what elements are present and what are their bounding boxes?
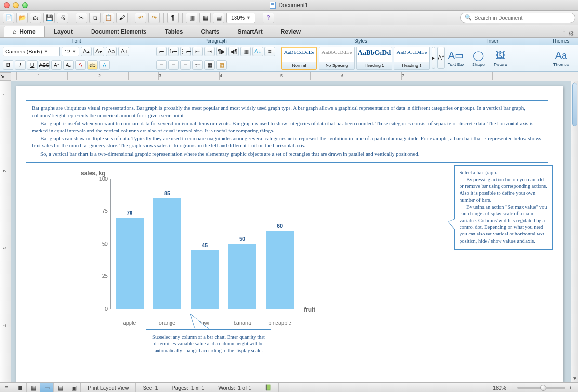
align-left-button[interactable]: ≡ (264, 47, 275, 56)
save-button[interactable]: 💾 (43, 13, 55, 23)
open-button[interactable]: 📂 (16, 13, 28, 23)
align-center-button[interactable]: ≡ (156, 60, 167, 70)
insert-textbox-button[interactable]: A▭Text Box (446, 47, 466, 70)
grow-font-button[interactable]: A▴ (81, 47, 92, 56)
zoom-window-button[interactable] (22, 2, 28, 8)
chart-bar[interactable] (266, 231, 294, 309)
callout-line: By pressing action button you can add or… (460, 176, 548, 204)
style-normal[interactable]: AaBbCcDdEe Normal (281, 47, 317, 70)
bold-button[interactable]: B (3, 60, 13, 70)
new-doc-button[interactable]: 📄 (3, 13, 14, 23)
view-draft-button[interactable]: ≡ (0, 383, 13, 392)
collapse-ribbon-button[interactable]: ˆ (564, 30, 565, 37)
scroll-thumb[interactable] (572, 83, 577, 126)
toolbox-button[interactable]: ▦ (199, 13, 211, 23)
clear-format-button[interactable]: A⃠ (118, 47, 129, 56)
justify-button[interactable]: ≡ (180, 60, 191, 70)
bullets-button[interactable]: ≔ (156, 47, 167, 56)
strike-button[interactable]: ABC (39, 60, 50, 70)
redo-button[interactable]: ↷ (148, 13, 160, 23)
print-button[interactable]: 🖨 (57, 13, 68, 23)
status-section[interactable]: Sec 1 (136, 383, 165, 392)
columns-button[interactable]: ▥ (240, 47, 251, 56)
chart-bar[interactable] (116, 218, 144, 309)
sort-button[interactable]: A↓ (252, 47, 263, 56)
ruler-horizontal[interactable]: 1234567 (11, 72, 578, 80)
chart-bar[interactable] (191, 250, 219, 309)
shading-button[interactable]: ▧ (216, 60, 227, 70)
view-outline-button[interactable]: ≣ (13, 383, 27, 392)
tab-home[interactable]: ⌂Home (4, 26, 45, 37)
indent-left-button[interactable]: ⇤ (192, 47, 203, 56)
change-case-button[interactable]: Aa (106, 47, 117, 56)
tab-layout[interactable]: Layout (45, 26, 82, 37)
borders-button[interactable]: ▦ (204, 60, 215, 70)
help-button[interactable]: ? (263, 13, 274, 23)
search-field[interactable]: 🔍 (460, 13, 575, 23)
tab-document-elements[interactable]: Document Elements (82, 26, 156, 37)
minimize-window-button[interactable] (13, 2, 19, 8)
style-no-spacing[interactable]: AaBbCcDdEe No Spacing (319, 47, 355, 70)
insert-picture-button[interactable]: 🖼Picture (490, 47, 511, 70)
tab-smartart[interactable]: SmartArt (228, 26, 271, 37)
tab-tables[interactable]: Tables (156, 26, 192, 37)
sidebar-button[interactable]: ▥ (186, 13, 197, 23)
numbering-button[interactable]: 1≔ (168, 47, 179, 56)
style-heading-1[interactable]: AaBbCcDd Heading 1 (356, 47, 392, 70)
font-color-button[interactable]: A (75, 60, 86, 70)
status-zoom-value[interactable]: 180% (493, 385, 506, 391)
tab-review[interactable]: Review (272, 26, 310, 37)
view-print-layout-button[interactable]: ▭ (40, 383, 54, 392)
view-notebook-button[interactable]: ▤ (54, 383, 67, 392)
template-button[interactable]: 🗂 (30, 13, 41, 23)
show-marks-button[interactable]: ¶ (167, 13, 179, 23)
search-input[interactable] (474, 15, 571, 21)
view-publish-button[interactable]: ▦ (27, 383, 40, 392)
close-window-button[interactable] (4, 2, 10, 8)
chart-bar[interactable] (153, 198, 181, 309)
chart-y-tick: 100 (96, 176, 108, 182)
status-words[interactable]: Words: 1 of 1 (211, 383, 258, 392)
document-canvas[interactable]: Bar graphs are ubiquitous visual represe… (11, 81, 571, 382)
copy-button[interactable]: ⧉ (89, 13, 101, 23)
underline-button[interactable]: U (27, 60, 38, 70)
zoom-slider-knob[interactable] (540, 385, 546, 391)
themes-button[interactable]: AaThemes (551, 47, 571, 70)
line-spacing-button[interactable]: ↕≡ (192, 60, 203, 70)
superscript-button[interactable]: A² (51, 60, 62, 70)
paste-button[interactable]: 📋 (103, 13, 114, 23)
style-heading-2[interactable]: AaBbCcDdEe Heading 2 (394, 47, 430, 70)
align-right-button[interactable]: ≡ (168, 60, 179, 70)
highlight-button[interactable]: ab (87, 60, 98, 70)
shrink-font-button[interactable]: A▾ (93, 47, 104, 56)
zoom-out-button[interactable]: − (510, 385, 513, 391)
font-name-combo[interactable]: Cambria (Body)▼ (3, 47, 60, 56)
settings-gear-icon[interactable]: ⚙ (568, 30, 574, 37)
gallery-button[interactable]: ▤ (213, 13, 224, 23)
text-effects-button[interactable]: A (99, 60, 110, 70)
chart-y-tick: 75 (96, 208, 108, 214)
zoom-slider[interactable] (517, 387, 565, 389)
ltr-button[interactable]: ¶▶ (216, 47, 227, 56)
multilevel-list-button[interactable]: ⋮≔ (180, 47, 191, 56)
format-painter-button[interactable]: 🖌 (116, 13, 128, 23)
zoom-in-button[interactable]: + (569, 385, 572, 391)
cut-button[interactable]: ✂ (76, 13, 87, 23)
subscript-button[interactable]: A₂ (63, 60, 74, 70)
tab-charts[interactable]: Charts (192, 26, 228, 37)
italic-button[interactable]: I (15, 60, 26, 70)
chart-bar[interactable] (228, 244, 256, 309)
zoom-combo[interactable]: 180%▼ (226, 13, 255, 23)
status-spellcheck[interactable]: 📗 (258, 383, 279, 392)
styles-scroll-button[interactable]: ▸ (432, 47, 435, 69)
view-focus-button[interactable]: ▣ (67, 383, 81, 392)
rtl-button[interactable]: ◀¶ (228, 47, 239, 56)
scroll-down-button[interactable]: ▼ (571, 376, 578, 382)
status-pages[interactable]: Pages: 1 of 1 (165, 383, 212, 392)
indent-right-button[interactable]: ⇥ (204, 47, 215, 56)
undo-button[interactable]: ↶ (135, 13, 146, 23)
font-size-combo[interactable]: 12▼ (62, 47, 79, 56)
scrollbar-vertical[interactable]: ▲ ▼ (571, 81, 578, 382)
insert-shape-button[interactable]: ◯Shape (468, 47, 488, 70)
ruler-vertical[interactable]: 1234 (0, 81, 11, 382)
